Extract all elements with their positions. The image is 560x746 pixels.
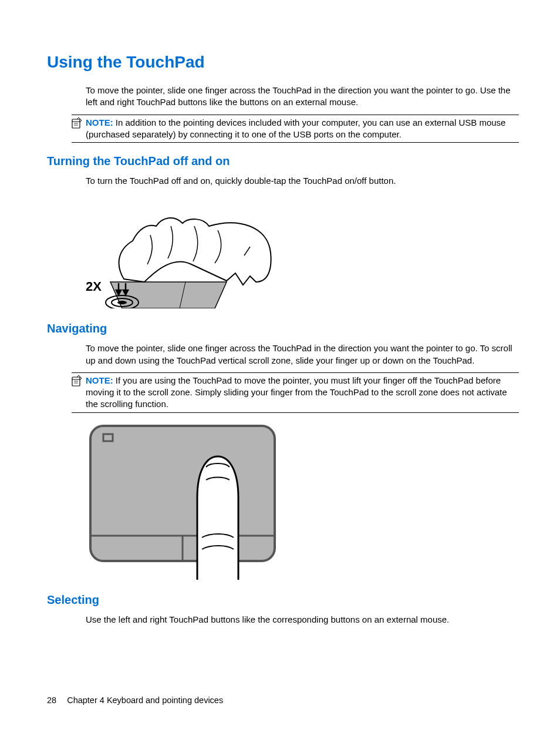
section-heading-turning: Turning the TouchPad off and on — [47, 154, 519, 168]
page-footer: 28 Chapter 4 Keyboard and pointing devic… — [47, 695, 223, 705]
illustration-navigate-finger — [86, 421, 519, 582]
note-text: If you are using the TouchPad to move th… — [86, 375, 507, 409]
turning-paragraph: To turn the TouchPad off and on, quickly… — [86, 175, 519, 187]
tap-count-label: 2X — [86, 279, 102, 294]
svg-rect-6 — [72, 377, 80, 386]
section-heading-navigating: Navigating — [47, 322, 519, 335]
intro-paragraph: To move the pointer, slide one finger ac… — [86, 85, 519, 109]
selecting-paragraph: Use the left and right TouchPad buttons … — [86, 614, 519, 626]
illustration-double-tap: 2X — [86, 194, 519, 310]
note-block: NOTE: In addition to the pointing device… — [72, 115, 519, 143]
chapter-title: Chapter 4 Keyboard and pointing devices — [67, 695, 223, 705]
note-icon — [70, 375, 82, 390]
svg-point-5 — [117, 301, 127, 304]
note-block-navigating: NOTE: If you are using the TouchPad to m… — [72, 372, 519, 413]
page-number: 28 — [47, 695, 56, 705]
section-heading-selecting: Selecting — [47, 593, 519, 607]
note-label: NOTE: — [86, 117, 113, 127]
note-label: NOTE: — [86, 375, 113, 385]
note-icon — [70, 117, 82, 132]
navigating-paragraph: To move the pointer, slide one finger ac… — [86, 342, 519, 367]
page-heading: Using the TouchPad — [47, 53, 519, 72]
note-text: In addition to the pointing devices incl… — [86, 117, 505, 139]
svg-rect-0 — [72, 119, 80, 128]
